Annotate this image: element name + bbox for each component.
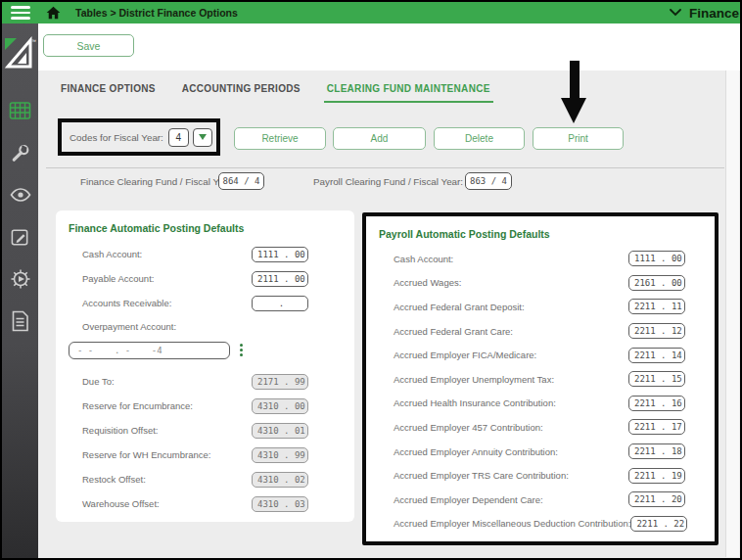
field-row: Cash Account: — [394, 247, 685, 271]
accrued-employer-fica-medicare-input[interactable] — [628, 348, 685, 363]
svg-text:™: ™ — [31, 38, 36, 44]
requisition-offset-input — [252, 423, 308, 439]
field-label: Accrued Employer 457 Contribution: — [394, 422, 628, 433]
dropdown-arrow-icon — [199, 134, 207, 140]
accounts-receivable-input[interactable] — [252, 296, 308, 311]
finance-cash-account-input[interactable] — [252, 247, 308, 262]
field-label: Cash Account: — [394, 254, 628, 264]
field-row: Accrued Employer Annuity Contribution: — [394, 440, 685, 464]
accrued-health-insurance-contribution-input[interactable] — [628, 396, 685, 411]
field-row: Accrued Employer TRS Care Contribution: — [394, 463, 685, 488]
field-label: Accrued Employer Annuity Contribution: — [394, 446, 628, 457]
sidebar-item-tables[interactable] — [8, 102, 33, 123]
warehouse-offset-input — [252, 496, 308, 512]
accrued-employer-dependent-care-input[interactable] — [628, 491, 685, 507]
breadcrumb[interactable]: Tables > District Finance Options — [75, 7, 238, 19]
panel-title: Finance Automatic Posting Defaults — [69, 222, 354, 234]
add-button[interactable]: Add — [333, 127, 426, 150]
field-row: Restock Offset: — [82, 467, 308, 491]
field-label: Reserve for Encumbrance: — [82, 400, 252, 411]
field-label: Accrued Employer TRS Care Contribution: — [394, 470, 628, 481]
accrued-federal-grant-deposit-input[interactable] — [628, 299, 685, 314]
field-label: Accrued Federal Grant Deposit: — [394, 302, 628, 312]
sidebar-item-inquiry[interactable] — [8, 186, 33, 208]
field-row: Accrued Federal Grant Care: — [394, 319, 685, 344]
field-label: Restock Offset: — [82, 474, 252, 485]
toolbar: Save — [38, 23, 740, 70]
accrued-employer-misc-deduction-contribution-input[interactable] — [630, 516, 687, 532]
tab-clearing-fund-maintenance[interactable]: CLEARING FUND MAINTENANCE — [324, 83, 493, 103]
field-label: Requisition Offset: — [82, 425, 252, 436]
field-label: Accounts Receivable: — [82, 298, 252, 308]
home-icon[interactable] — [46, 6, 61, 20]
fiscal-year-dropdown-button[interactable] — [193, 128, 212, 147]
finance-clearing-fund-input[interactable] — [218, 172, 264, 190]
field-label: Due To: — [82, 376, 252, 387]
field-row: Accrued Employer Unemployment Tax: — [394, 367, 685, 392]
field-row — [69, 337, 308, 363]
field-row: Due To: — [82, 369, 308, 394]
payroll-clearing-fund-label: Payroll Clearing Fund / Fiscal Year: — [313, 176, 463, 187]
accrued-employer-trs-care-contribution-input[interactable] — [628, 468, 685, 484]
field-label: Accrued Employer Dependent Care: — [394, 494, 628, 505]
sidebar-item-utilities[interactable] — [8, 144, 33, 165]
sidebar-item-processes[interactable] — [8, 270, 33, 292]
fiscal-year-label: Codes for Fiscal Year: — [70, 132, 163, 143]
print-button[interactable]: Print — [533, 127, 624, 150]
field-row: Overpayment Account: — [82, 315, 308, 337]
field-row: Accrued Federal Grant Deposit: — [394, 295, 685, 319]
field-row: Accrued Wages: — [394, 271, 685, 296]
sidebar-item-maintenance[interactable] — [8, 228, 33, 250]
field-label: Accrued Federal Grant Care: — [394, 326, 628, 337]
sidebar-item-reports[interactable] — [8, 312, 33, 334]
payroll-posting-defaults-panel: Payroll Automatic Posting Defaults Cash … — [362, 212, 719, 545]
wrench-icon — [10, 143, 30, 167]
chevron-down-icon — [670, 9, 681, 17]
vertical-scrollbar[interactable] — [725, 70, 739, 557]
overpayment-account-input[interactable] — [69, 342, 230, 359]
field-label: Reserve for WH Encumbrance: — [82, 449, 252, 460]
field-label: Accrued Employer Miscellaneous Deduction… — [394, 518, 630, 529]
accrued-wages-input[interactable] — [628, 275, 685, 291]
overpayment-account-label: Overpayment Account: — [82, 321, 308, 332]
field-row: Cash Account: — [82, 242, 308, 266]
gear-play-icon — [10, 268, 31, 294]
field-label: Accrued Health Insurance Contribution: — [394, 397, 628, 408]
sidebar: ™ — [2, 23, 38, 558]
accrued-employer-unemployment-tax-input[interactable] — [628, 371, 685, 387]
field-label: Accrued Employer Unemployment Tax: — [394, 374, 628, 385]
tab-accounting-periods[interactable]: ACCOUNTING PERIODS — [179, 83, 303, 103]
app-selector[interactable]: Finance — [670, 6, 739, 21]
delete-button[interactable]: Delete — [434, 127, 525, 150]
accrued-employer-457-contribution-input[interactable] — [628, 419, 685, 435]
payable-account-input[interactable] — [252, 271, 308, 287]
tables-grid-icon — [9, 101, 31, 124]
accrued-federal-grant-care-input[interactable] — [628, 323, 685, 339]
payroll-clearing-fund-input[interactable] — [465, 172, 512, 190]
field-row: Reserve for WH Encumbrance: — [82, 443, 308, 467]
accrued-employer-annuity-contribution-input[interactable] — [628, 443, 685, 459]
ascender-logo-icon: ™ — [2, 29, 38, 76]
retrieve-button[interactable]: Retrieve — [234, 127, 326, 150]
fiscal-year-value[interactable]: 4 — [168, 128, 189, 147]
app-name: Finance — [689, 6, 739, 21]
due-to-input — [252, 374, 308, 390]
payroll-cash-account-input[interactable] — [628, 251, 685, 266]
annotation-box-fiscal-year: Codes for Fiscal Year: 4 — [58, 118, 220, 156]
field-row: Accrued Employer Miscellaneous Deduction… — [394, 512, 685, 537]
hamburger-menu-icon[interactable] — [11, 6, 30, 20]
tab-finance-options[interactable]: FINANCE OPTIONS — [58, 83, 159, 103]
field-label: Cash Account: — [82, 249, 252, 259]
field-row: Accrued Health Insurance Contribution: — [394, 392, 685, 416]
more-options-icon[interactable] — [240, 344, 243, 355]
report-icon — [11, 310, 29, 336]
save-button[interactable]: Save — [43, 34, 134, 57]
reserve-for-encumbrance-input — [252, 398, 308, 414]
field-row: Requisition Offset: — [82, 418, 308, 443]
field-row: Accrued Employer 457 Contribution: — [394, 415, 685, 440]
edit-icon — [10, 227, 30, 252]
field-row: Reserve for Encumbrance: — [82, 394, 308, 418]
top-bar: Tables > District Finance Options Financ… — [2, 2, 740, 23]
section-divider — [46, 167, 724, 168]
tab-bar: FINANCE OPTIONS ACCOUNTING PERIODS CLEAR… — [58, 83, 493, 103]
